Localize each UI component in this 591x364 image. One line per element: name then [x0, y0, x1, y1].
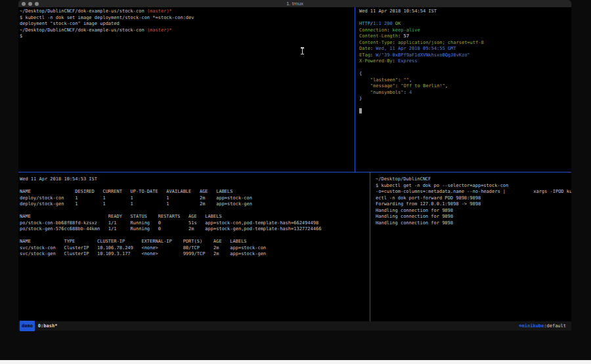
tmux-status-bar: demo 0:bash* ☸ minikube :default — [18, 321, 571, 331]
window-titlebar: 1. tmux — [18, 0, 571, 7]
session-name-badge[interactable]: demo — [20, 321, 35, 331]
pane-http-response-top-right[interactable]: Wed 11 Apr 2018 10:54:54 ISTHTTP/1.1 200… — [355, 7, 571, 172]
window-title: 1. tmux — [18, 0, 571, 7]
tmux-panes-area: ~/Desktop/DublinCNCF/dok-example-us/stoc… — [18, 7, 571, 321]
pane-shell-top-left[interactable]: ~/Desktop/DublinCNCF/dok-example-us/stoc… — [18, 7, 355, 172]
desktop-bottom-strip — [0, 360, 591, 364]
kube-context-indicator: ☸ minikube :default — [519, 321, 566, 331]
pane-kubectl-watch-bottom-left[interactable]: Wed 11 Apr 2018 10:54:53 ISTNAME DESIRED… — [18, 172, 370, 321]
zoom-button[interactable] — [35, 2, 39, 6]
kube-namespace: :default — [544, 321, 566, 331]
status-left: demo 0:bash* — [20, 321, 57, 331]
window-tab-bash[interactable]: 0:bash* — [38, 321, 58, 331]
terminal-window: 1. tmux ~/Desktop/DublinCNCF/dok-example… — [18, 0, 571, 331]
pane-divider-vertical-top[interactable] — [355, 7, 355, 172]
pane-divider-horizontal[interactable] — [18, 172, 571, 172]
pane-port-forward-bottom-right[interactable]: ~/Desktop/DublinCNCF$ kubectl get -n dok… — [370, 172, 571, 321]
close-button[interactable] — [22, 2, 26, 6]
pane-divider-vertical-bottom[interactable] — [370, 172, 370, 321]
kube-context-name: minikube — [522, 321, 544, 331]
minimize-button[interactable] — [28, 2, 32, 6]
mouse-ibeam-cursor — [300, 47, 305, 54]
traffic-lights — [22, 2, 39, 6]
